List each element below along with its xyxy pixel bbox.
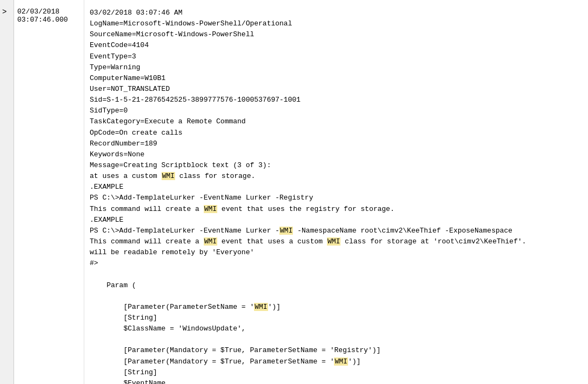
log-line-readable: will be readable remotely by 'Everyone' [90, 247, 583, 258]
wmi-highlight-5: WMI [327, 237, 340, 246]
content-column[interactable]: 03/02/2018 03:07:46 AM LogName=Microsoft… [84, 0, 588, 384]
log-line-ps2: PS C:\>Add-TemplateLurker -EventName Lur… [90, 226, 583, 236]
log-line-eventtype: EventType=3 [90, 51, 583, 62]
log-line-message: Message=Creating Scriptblock text (3 of … [90, 160, 583, 171]
empty-line-2 [90, 291, 583, 302]
log-line-param-wmi: [Parameter(ParameterSetName = 'WMI')] [90, 302, 583, 313]
log-line-sidtype: SidType=0 [90, 105, 583, 116]
wmi-highlight-4: WMI [204, 237, 217, 246]
log-line-example2: .EXAMPLE [90, 215, 583, 226]
log-line-wmi1-post: class for storage. [175, 172, 255, 180]
log-line-wmi3: This command will create a WMI event tha… [90, 236, 583, 247]
log-line-taskcategory: TaskCategory=Execute a Remote Command [90, 116, 583, 127]
log-line-type: Type=Warning [90, 62, 583, 73]
log-line-recordnumber: RecordNumber=189 [90, 138, 583, 149]
timestamp-date: 02/03/2018 [17, 8, 81, 16]
log-line-eventcode: EventCode=4104 [90, 40, 583, 51]
wmi-highlight-2: WMI [204, 205, 217, 213]
log-line-param-wmi-post: ')] [268, 303, 280, 311]
log-line-ps1: PS C:\>Add-TemplateLurker -EventName Lur… [90, 193, 583, 203]
log-line-mandatory-wmi-pre: [Parameter(Mandatory = $True, ParameterS… [90, 357, 334, 366]
log-line-string2: [String] [90, 367, 583, 378]
log-line-example1: .EXAMPLE [90, 182, 583, 193]
log-line-mandatory-wmi-post: ')] [348, 357, 360, 366]
timestamp-column: 02/03/2018 03:07:46.000 [14, 0, 84, 384]
log-line-header: 03/02/2018 03:07:46 AM [90, 8, 583, 18]
log-line-hashgt: #> [90, 258, 583, 269]
log-line-wmi1: at uses a custom WMI class for storage. [90, 171, 583, 182]
log-line-eventname: $EventName, [90, 378, 583, 384]
log-line-wmi2-pre: This command will create a [90, 205, 204, 213]
log-line-opcode: OpCode=On create calls [90, 128, 583, 138]
log-line-wmi3-mid: event that uses a custom [217, 237, 327, 246]
log-line-ps2-post: -NamespaceName root\cimv2\KeeThief -Expo… [293, 227, 512, 235]
log-line-sid: Sid=S-1-5-21-2876542525-3899777576-10005… [90, 95, 583, 105]
row-arrow-icon: > [2, 8, 6, 16]
wmi-highlight-6: WMI [254, 303, 268, 311]
empty-line-1 [90, 269, 583, 280]
left-gutter: > [0, 0, 14, 384]
log-line-mandatory-wmi: [Parameter(Mandatory = $True, ParameterS… [90, 356, 583, 367]
main-container: > 02/03/2018 03:07:46.000 03/02/2018 03:… [0, 0, 588, 384]
log-line-wmi3-post: class for storage at 'root\cimv2\KeeThie… [340, 237, 526, 246]
log-line-param-wmi-pre: [Parameter(ParameterSetName = ' [90, 303, 254, 311]
empty-line-3 [90, 334, 583, 345]
log-line-wmi2-post: event that uses the registry for storage… [217, 205, 395, 213]
wmi-highlight-7: WMI [334, 357, 348, 366]
log-line-classname: $ClassName = 'WindowsUpdate', [90, 323, 583, 334]
log-line-wmi2: This command will create a WMI event tha… [90, 204, 583, 215]
log-line-string1: [String] [90, 313, 583, 323]
log-line-user: User=NOT_TRANSLATED [90, 84, 583, 95]
log-line-logname: LogName=Microsoft-Windows-PowerShell/Ope… [90, 18, 583, 29]
wmi-highlight-1: WMI [162, 172, 175, 180]
log-line-wmi3-pre: This command will create a [90, 237, 204, 246]
timestamp-time: 03:07:46.000 [17, 16, 81, 24]
log-line-param: Param ( [90, 280, 583, 291]
log-line-mandatory-registry: [Parameter(Mandatory = $True, ParameterS… [90, 345, 583, 356]
log-line-ps2-pre: PS C:\>Add-TemplateLurker -EventName Lur… [90, 227, 279, 235]
wmi-highlight-3: WMI [279, 227, 293, 235]
log-line-sourcename: SourceName=Microsoft-Windows-PowerShell [90, 29, 583, 40]
log-line-keywords: Keywords=None [90, 149, 583, 160]
log-line-wmi1-pre: at uses a custom [90, 172, 162, 180]
log-line-computername: ComputerName=W10B1 [90, 73, 583, 84]
